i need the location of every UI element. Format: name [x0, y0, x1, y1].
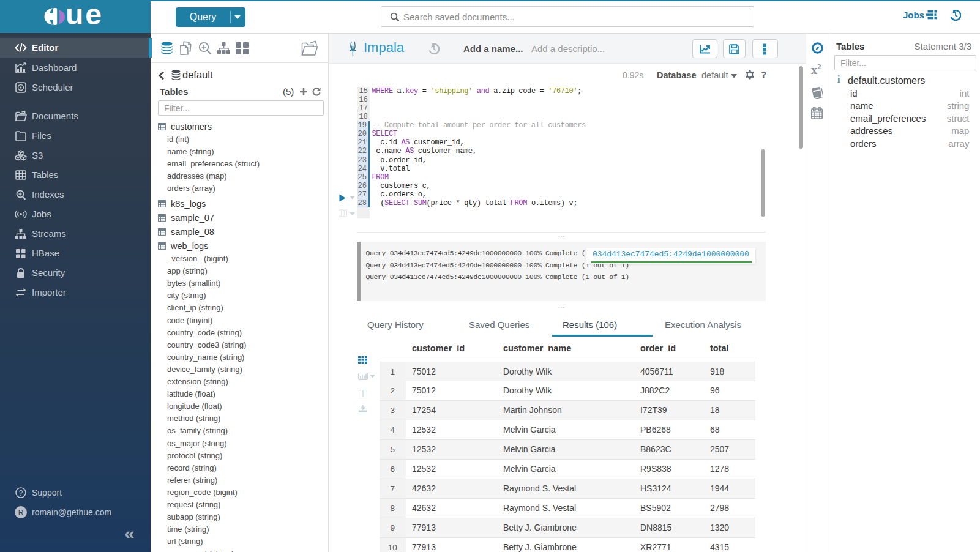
svg-text:?: ?: [19, 489, 23, 498]
svg-text:ue: ue: [65, 0, 103, 31]
svg-text:R: R: [18, 509, 24, 517]
